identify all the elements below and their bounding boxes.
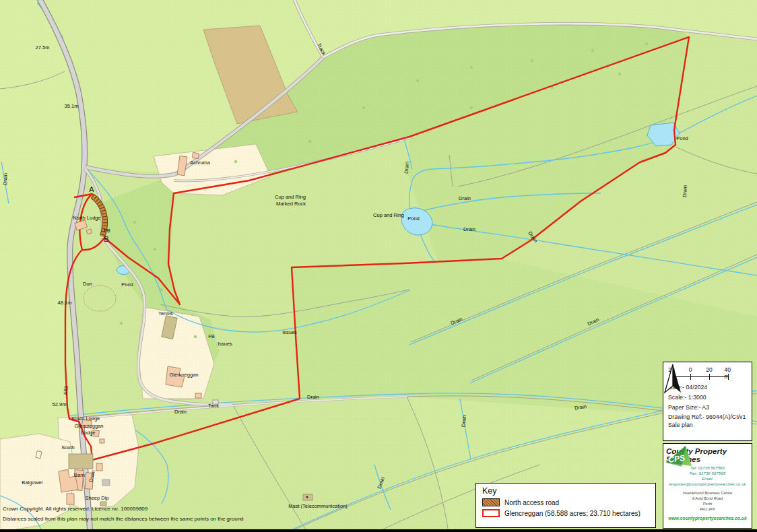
- scale-bar-label: 0: [689, 366, 692, 373]
- map-label: South Lodge: [71, 416, 100, 422]
- map-label: Drain: [404, 162, 409, 174]
- map-label: Achnaha: [190, 160, 210, 166]
- branding-panel: CPS County Property Searches Tel: 01738 …: [663, 443, 752, 529]
- map-label: FB: [208, 334, 215, 339]
- map-label: Drain: [174, 409, 187, 415]
- map-label: Lodge: [81, 430, 96, 436]
- website-link[interactable]: www.countypropertysearches.co.uk: [666, 516, 749, 521]
- plan-type: Sale plan: [668, 422, 747, 429]
- key-item-label: North access road: [504, 499, 559, 506]
- map-label: 48.1m: [58, 300, 72, 306]
- map-label: Drain: [682, 185, 688, 197]
- map-label: Drain: [463, 227, 475, 232]
- map-label: Drain: [3, 173, 8, 185]
- map-label: Pond: [676, 136, 688, 141]
- key-title: Key: [482, 486, 649, 496]
- plan-paper-size: Paper Size:- A3: [668, 404, 747, 411]
- disclaimer-note: Distances scaled from this plan may not …: [3, 516, 244, 522]
- address-line: Perth: [666, 501, 749, 506]
- map-label: Glencreggan: [170, 372, 199, 378]
- map-label: Glencreggan: [75, 424, 104, 429]
- north-arrow-icon: [663, 362, 682, 395]
- map-label: Dun: [83, 281, 92, 287]
- sale-plan-map: 27.5m35.1mTrackAchnahaANorth LodgeFBBDra…: [0, 0, 757, 532]
- fields-layer: [0, 0, 757, 532]
- address-line: Inveralmond Business Centre: [666, 490, 749, 496]
- map-label: Balgower: [22, 480, 42, 486]
- email-line: Email: enquiries@countypropertysearches.…: [666, 476, 749, 487]
- map-label: Pond: [121, 282, 133, 288]
- key-item-boundary: Glencreggan (58.588 acres; 23.710 hectar…: [482, 509, 649, 517]
- cps-logo-icon: CPS: [663, 444, 694, 469]
- map-frame-bottom: [0, 529, 757, 532]
- map-label: North Lodge: [73, 215, 100, 221]
- map-label: FB: [104, 228, 110, 234]
- map-label: A: [89, 186, 94, 193]
- map-label: Barn: [74, 473, 85, 478]
- map-label: Drain: [307, 395, 319, 400]
- map-label: Drain: [461, 415, 467, 428]
- boundary-swatch: [482, 509, 500, 517]
- map-label: Pond: [407, 216, 420, 222]
- scale-bar-label: 20: [706, 366, 712, 373]
- access-road-swatch: [482, 498, 500, 506]
- key-panel: Key North access road Glencreggan (58.58…: [475, 483, 656, 528]
- map-label: Tank: [208, 403, 219, 409]
- plan-scale: Scale:- 1:3000: [668, 394, 747, 401]
- plan-drawing-ref: Drawing Ref:- 96044(A)/CI/v1: [668, 413, 747, 421]
- map-label: Cup and Ring: [373, 213, 404, 218]
- info-panel: 20 0 20 40 m Date:- 04/2024 Scale:- 1:30…: [663, 362, 752, 441]
- address-block: Inveralmond Business Centre 6 Auld Bond …: [666, 490, 749, 512]
- map-label: Drain: [459, 196, 471, 201]
- map-label: B: [104, 236, 108, 243]
- map-label: 27.5m: [36, 45, 50, 51]
- address-line: PH1 3FX: [666, 506, 749, 512]
- map-label: South: [61, 445, 75, 451]
- copyright-note: Crown Copyright. All rights reserved. Li…: [3, 506, 147, 512]
- map-label: Sheep Dip: [85, 496, 108, 501]
- map-label: Mast (Telecommunication): [288, 504, 348, 509]
- map-label: 35.1m: [65, 104, 79, 109]
- map-label: Issues: [282, 330, 297, 335]
- map-label: Issues: [218, 341, 232, 347]
- map-canvas: [0, 0, 757, 532]
- map-label: Marked Rock: [276, 201, 306, 207]
- map-label: Tennis: [158, 311, 173, 317]
- key-item-label: Glencreggan (58.588 acres; 23.710 hectar…: [504, 510, 640, 517]
- address-line: 6 Auld Bond Road: [666, 496, 749, 501]
- map-label: 52.9m: [53, 402, 67, 407]
- map-label: A83: [63, 386, 69, 395]
- fax-line: Fax: 01738 567565: [666, 471, 749, 476]
- map-label: Cup and Ring: [275, 195, 306, 200]
- key-item-access-road: North access road: [482, 498, 649, 506]
